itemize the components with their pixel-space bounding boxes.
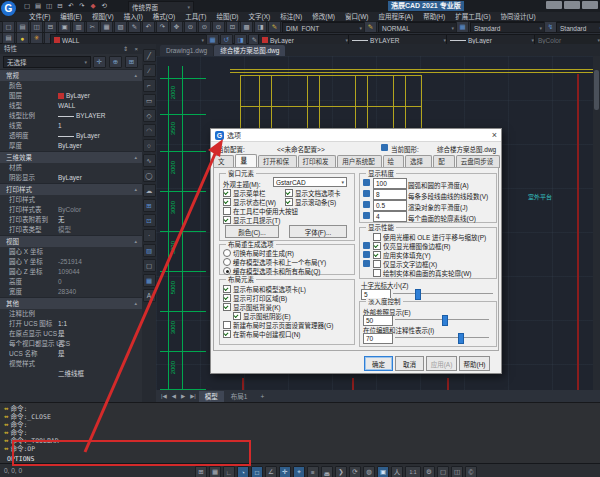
auto-scale-icon[interactable]	[391, 466, 403, 477]
add-layout-button[interactable]: +	[254, 391, 270, 402]
close-icon[interactable]: ×	[134, 44, 138, 54]
dynamic-input-icon[interactable]	[293, 466, 305, 477]
prop-row[interactable]: 宽度58033	[0, 287, 142, 297]
menu-modify[interactable]: 修改(M)	[307, 12, 340, 21]
theme-select[interactable]: GstarCAD▾	[273, 177, 347, 187]
refresh-icon[interactable]	[99, 1, 109, 11]
toggle-pickadd-icon[interactable]	[93, 56, 106, 68]
radio-cache-all-layouts[interactable]: 缓存模型选项卡和所有布局(Q)	[223, 267, 320, 275]
radio-cache-last-layout[interactable]: 缓存模型选项卡和上一个布局(Y)	[223, 258, 326, 266]
polar-icon[interactable]	[237, 466, 249, 477]
menu-insert[interactable]: 插入(I)	[119, 12, 148, 21]
app-logo[interactable]: G	[1, 1, 16, 16]
menu-view[interactable]: 视图(V)	[87, 12, 119, 21]
prop-row[interactable]: 线型BYLAYER	[0, 101, 142, 111]
prop-row[interactable]: 在原点显示 UCS否	[0, 329, 142, 339]
undo-icon[interactable]	[66, 1, 76, 11]
circle-icon[interactable]	[143, 139, 156, 152]
radio-regen-on-switch[interactable]: 切换布局时重生成(R)	[223, 249, 294, 257]
arc-icon[interactable]	[143, 124, 156, 137]
help-button[interactable]: 帮助(H)	[459, 356, 490, 371]
doc-tab-active[interactable]: 综合楼方案总图.dwg	[214, 45, 285, 56]
checkbox-create-viewport[interactable]: 在新布局中创建视口(N)	[223, 330, 301, 338]
slider-thumb[interactable]	[442, 315, 448, 326]
region-icon[interactable]	[143, 259, 156, 272]
menu-file[interactable]: 文件(F)	[24, 12, 55, 21]
prop-row[interactable]: 圆心 X 坐标-251914	[0, 247, 142, 257]
vertical-scrollbar[interactable]	[593, 56, 600, 390]
menu-express-tools[interactable]: 扩展工具(G)	[450, 12, 495, 21]
layer-on-off-icon[interactable]	[16, 32, 29, 44]
dialog-title-bar[interactable]: G 选项 ×	[211, 129, 501, 142]
quick-properties-icon[interactable]	[335, 466, 347, 477]
checkbox-text-boundary-only[interactable]: 仅显示文字边框(X)	[373, 260, 437, 268]
prop-row[interactable]: 打印表附着到模型	[0, 215, 142, 225]
point-icon[interactable]	[143, 229, 156, 242]
object-snap-icon[interactable]	[251, 466, 263, 477]
section-general[interactable]: 常规	[0, 69, 142, 81]
command-line-panel[interactable]: 命令: 命令:_CLOSE 命令: 命令: 命令:_TOOLBAR 命令:OP …	[0, 402, 600, 464]
prop-row[interactable]: 打印表类型不可用	[0, 225, 142, 235]
first-layout-icon[interactable]: |◀	[159, 393, 169, 399]
plot-icon[interactable]	[55, 1, 65, 11]
scrollbar-thumb[interactable]	[594, 70, 599, 110]
prop-row[interactable]: 颜色ByLayer	[0, 81, 142, 91]
slider-thumb[interactable]	[458, 333, 464, 344]
insert-block-icon[interactable]	[143, 199, 156, 212]
polyline-segments-input[interactable]: 8	[373, 189, 407, 200]
checkbox-large-buttons[interactable]: 在工具栏中使用大按钮	[223, 207, 298, 215]
fonts-button[interactable]: 字体(F)...	[289, 225, 347, 238]
inplace-edit-input[interactable]: 70	[363, 333, 393, 344]
doc-tab-drawing1[interactable]: Drawing1.dwg	[160, 45, 213, 56]
prop-row[interactable]: 阴影显示投射和接收阴影	[0, 173, 142, 183]
prop-row[interactable]: 线型比例1	[0, 111, 142, 121]
annotation-visibility-icon[interactable]	[377, 466, 389, 477]
prop-row[interactable]: 视觉样式二维线框	[0, 359, 142, 369]
redo-icon[interactable]	[77, 1, 87, 11]
command-input[interactable]: OPTIONS	[4, 455, 34, 463]
close-button[interactable]	[582, 1, 598, 9]
polygon-icon[interactable]	[143, 109, 156, 122]
surface-contour-input[interactable]: 4	[373, 211, 407, 222]
checkbox-show-tooltips[interactable]: 显示工具提示(T)	[223, 216, 280, 224]
prop-row[interactable]: 圆心 Y 坐标109044	[0, 257, 142, 267]
tab-display[interactable]: 显示	[235, 154, 256, 168]
checkbox-page-setup-manager[interactable]: 新建布局时显示页面设置管理器(G)	[223, 321, 333, 329]
checkbox-show-scroll-bars[interactable]: 显示滚动条(S)	[285, 198, 336, 206]
apply-button[interactable]: 应用(A)	[426, 356, 457, 371]
prop-row[interactable]: 高度28340	[0, 277, 142, 287]
selection-select[interactable]: 无选择▾	[3, 56, 91, 68]
open-icon[interactable]	[33, 1, 43, 11]
section-misc[interactable]: 其他	[0, 297, 142, 309]
autohide-icon[interactable]: ⇕	[123, 44, 128, 54]
rectangle-icon[interactable]	[143, 94, 156, 107]
menu-dimension[interactable]: 标注(N)	[275, 12, 307, 21]
tab-layout1[interactable]: 布局1	[225, 391, 254, 402]
table-icon[interactable]	[143, 274, 156, 287]
checkbox-true-silhouettes[interactable]: 绘制实体和曲面的真实轮廓(W)	[373, 269, 471, 277]
prop-row[interactable]: 每个视口都显示 UCS是	[0, 339, 142, 349]
maximize-button[interactable]	[564, 1, 580, 9]
minimize-button[interactable]	[546, 1, 562, 9]
close-icon[interactable]: ×	[492, 130, 497, 140]
layer-properties-icon[interactable]	[2, 32, 15, 44]
menu-draw[interactable]: 绘图(D)	[212, 12, 244, 21]
xline-icon[interactable]	[143, 64, 156, 77]
dynamic-ucs-icon[interactable]	[279, 466, 291, 477]
prop-row[interactable]: 打印样式表无	[0, 205, 142, 215]
checkbox-show-doc-tabs[interactable]: 显示文档选项卡	[285, 189, 341, 197]
checkbox-paper-shadow[interactable]: 显示图纸阴影(E)	[233, 312, 291, 320]
mtext-icon[interactable]	[143, 289, 156, 302]
lineweight-icon[interactable]	[307, 466, 319, 477]
menu-collaboration[interactable]: 协同设计(U)	[496, 12, 541, 21]
prop-row[interactable]: 注释比例1:1	[0, 309, 142, 319]
ellipse-icon[interactable]	[143, 169, 156, 182]
section-3d-effects[interactable]: 三维效果	[0, 151, 142, 163]
selection-cycling-icon[interactable]	[349, 466, 361, 477]
slider-thumb[interactable]	[415, 289, 421, 300]
last-layout-icon[interactable]: ▶|	[188, 393, 198, 399]
line-icon[interactable]	[143, 49, 156, 62]
menu-edit[interactable]: 编辑(E)	[55, 12, 87, 21]
inplace-edit-slider[interactable]	[395, 333, 489, 342]
revcloud-icon[interactable]	[143, 184, 156, 197]
